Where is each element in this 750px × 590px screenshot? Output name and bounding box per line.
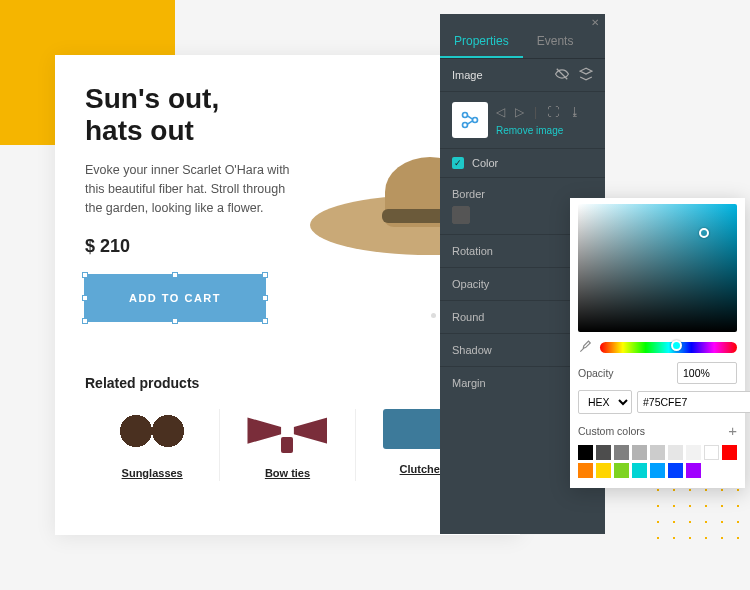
close-icon[interactable]: ✕	[591, 17, 599, 28]
color-swatch[interactable]	[632, 463, 647, 478]
color-swatch[interactable]	[578, 463, 593, 478]
svg-marker-1	[580, 68, 592, 74]
hue-slider[interactable]	[600, 342, 737, 353]
tab-events[interactable]: Events	[523, 26, 588, 58]
flip-vertical-icon[interactable]: ◁	[496, 105, 505, 119]
related-label: Bow ties	[265, 467, 310, 479]
expand-icon[interactable]: ⛶	[547, 105, 559, 119]
color-swatch[interactable]	[650, 445, 665, 460]
color-swatch[interactable]	[614, 445, 629, 460]
svg-point-2	[463, 113, 468, 118]
visibility-off-icon[interactable]	[555, 67, 569, 83]
tab-properties[interactable]: Properties	[440, 26, 523, 58]
remove-image-link[interactable]: Remove image	[496, 125, 581, 136]
layers-icon[interactable]	[579, 67, 593, 83]
resize-handle[interactable]	[172, 272, 178, 278]
color-checkbox[interactable]: ✓	[452, 157, 464, 169]
color-swatch[interactable]	[668, 445, 683, 460]
opacity-input-label: Opacity	[578, 367, 614, 379]
color-swatch[interactable]	[614, 463, 629, 478]
flip-horizontal-icon[interactable]: ▷	[515, 105, 524, 119]
color-label: Color	[472, 157, 498, 169]
sunglasses-thumb	[112, 409, 192, 453]
svg-line-5	[468, 116, 473, 119]
color-format-select[interactable]: HEX	[578, 390, 632, 414]
resize-handle[interactable]	[262, 318, 268, 324]
svg-point-4	[463, 123, 468, 128]
color-swatch[interactable]	[686, 463, 701, 478]
resize-handle[interactable]	[82, 318, 88, 324]
color-swatch[interactable]	[632, 445, 647, 460]
resize-handle[interactable]	[172, 318, 178, 324]
gradient-cursor[interactable]	[699, 228, 709, 238]
color-swatch[interactable]	[686, 445, 701, 460]
color-swatch[interactable]	[704, 445, 719, 460]
related-item[interactable]: Bow ties	[220, 409, 355, 481]
related-label: Sunglasses	[122, 467, 183, 479]
hex-input[interactable]	[637, 391, 750, 413]
color-swatch[interactable]	[668, 463, 683, 478]
resize-handle[interactable]	[82, 295, 88, 301]
color-swatch[interactable]	[722, 445, 737, 460]
product-description: Evoke your inner Scarlet O'Hara with thi…	[85, 161, 305, 217]
color-swatch[interactable]	[596, 445, 611, 460]
related-item[interactable]: Sunglasses	[85, 409, 220, 481]
related-products-grid: Sunglasses Bow ties Clutches	[85, 409, 490, 481]
eyedropper-icon[interactable]	[578, 340, 592, 354]
resize-handle[interactable]	[262, 272, 268, 278]
add-to-cart-button[interactable]: ADD TO CART	[85, 275, 265, 321]
color-picker: Opacity HEX Custom colors +	[570, 198, 745, 488]
hue-cursor[interactable]	[671, 340, 682, 351]
selected-element[interactable]: ADD TO CART	[85, 275, 265, 321]
svg-point-3	[473, 118, 478, 123]
resize-handle[interactable]	[82, 272, 88, 278]
custom-colors-label: Custom colors	[578, 425, 645, 437]
color-swatch[interactable]	[650, 463, 665, 478]
image-section-label: Image	[452, 69, 483, 81]
resize-handle[interactable]	[262, 295, 268, 301]
color-swatches	[578, 445, 737, 478]
color-swatch[interactable]	[578, 445, 593, 460]
color-gradient[interactable]	[578, 204, 737, 332]
svg-line-6	[468, 121, 473, 124]
opacity-input[interactable]	[677, 362, 737, 384]
download-icon[interactable]: ⭳	[569, 105, 581, 119]
border-swatch[interactable]	[452, 206, 470, 224]
color-swatch[interactable]	[596, 463, 611, 478]
add-custom-color-icon[interactable]: +	[728, 422, 737, 439]
related-products-title: Related products	[85, 375, 490, 391]
image-preview[interactable]	[452, 102, 488, 138]
